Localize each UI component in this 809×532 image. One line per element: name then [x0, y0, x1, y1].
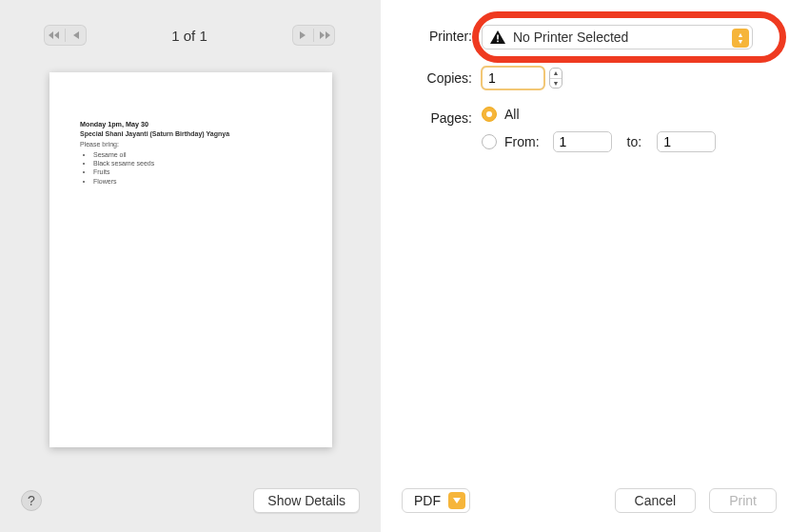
- pages-to-label: to:: [627, 134, 642, 149]
- page-counter: 1 of 1: [171, 28, 207, 44]
- cancel-button[interactable]: Cancel: [615, 488, 697, 513]
- action-buttons: Cancel Print: [615, 488, 777, 513]
- printer-select-wrapper: No Printer Selected ▲▼: [482, 25, 777, 49]
- last-page-button[interactable]: [314, 25, 335, 46]
- pages-range-row: From: to:: [482, 131, 777, 152]
- preview-bring-label: Please bring:: [80, 140, 302, 148]
- printer-select[interactable]: No Printer Selected ▲▼: [482, 25, 753, 49]
- help-button[interactable]: ?: [21, 490, 42, 511]
- svg-rect-1: [497, 41, 499, 43]
- copies-input[interactable]: [482, 67, 544, 89]
- preview-pane: 1 of 1 Monday 1pm, May 30 Special Shani …: [0, 0, 381, 532]
- right-footer: PDF Cancel Print: [402, 488, 777, 513]
- print-form: Printer: No Printer Selected ▲▼ Copies: …: [402, 25, 777, 152]
- left-footer: ? Show Details: [21, 488, 360, 513]
- pages-all-row: All: [482, 107, 777, 122]
- next-page-group: [292, 25, 335, 46]
- prev-page-group: [44, 25, 87, 46]
- printer-label: Printer:: [402, 25, 472, 44]
- warning-icon: [490, 30, 505, 44]
- preview-item: Sesame oil: [93, 150, 302, 159]
- prev-page-button[interactable]: [66, 25, 87, 46]
- pdf-label: PDF: [414, 493, 441, 508]
- pdf-button[interactable]: PDF: [402, 488, 470, 513]
- pages-from-label: From:: [504, 134, 540, 149]
- page-preview: Monday 1pm, May 30 Special Shani Jayanti…: [49, 72, 332, 447]
- preview-line-2: Special Shani Jayanti (Saturn Birthday) …: [80, 129, 302, 138]
- stepper-down-icon[interactable]: ▼: [550, 79, 562, 89]
- settings-pane: Printer: No Printer Selected ▲▼ Copies: …: [381, 0, 809, 532]
- next-page-button[interactable]: [292, 25, 313, 46]
- copies-control: ▲ ▼: [482, 67, 777, 89]
- preview-items: Sesame oil Black sesame seeds Fruits Flo…: [93, 150, 302, 187]
- copies-stepper[interactable]: ▲ ▼: [549, 68, 562, 89]
- pages-label: Pages:: [402, 107, 472, 126]
- copies-label: Copies:: [402, 67, 472, 86]
- pages-to-input[interactable]: [657, 131, 716, 152]
- preview-item: Fruits: [93, 167, 302, 176]
- first-page-button[interactable]: [44, 25, 65, 46]
- chevron-down-icon: [448, 492, 465, 509]
- pages-all-label: All: [504, 107, 520, 122]
- svg-rect-0: [497, 35, 499, 40]
- preview-item: Flowers: [93, 177, 302, 186]
- pages-from-input[interactable]: [553, 131, 612, 152]
- pages-all-radio[interactable]: [482, 107, 497, 122]
- show-details-button[interactable]: Show Details: [253, 488, 360, 513]
- updown-icon: ▲▼: [732, 29, 749, 48]
- pages-control: All From: to:: [482, 107, 777, 152]
- stepper-up-icon[interactable]: ▲: [550, 69, 562, 79]
- preview-line-1: Monday 1pm, May 30: [80, 120, 302, 129]
- preview-nav: 1 of 1: [0, 0, 381, 55]
- printer-value: No Printer Selected: [513, 30, 628, 45]
- print-button[interactable]: Print: [709, 488, 777, 513]
- pages-range-radio[interactable]: [482, 134, 497, 149]
- preview-item: Black sesame seeds: [93, 159, 302, 167]
